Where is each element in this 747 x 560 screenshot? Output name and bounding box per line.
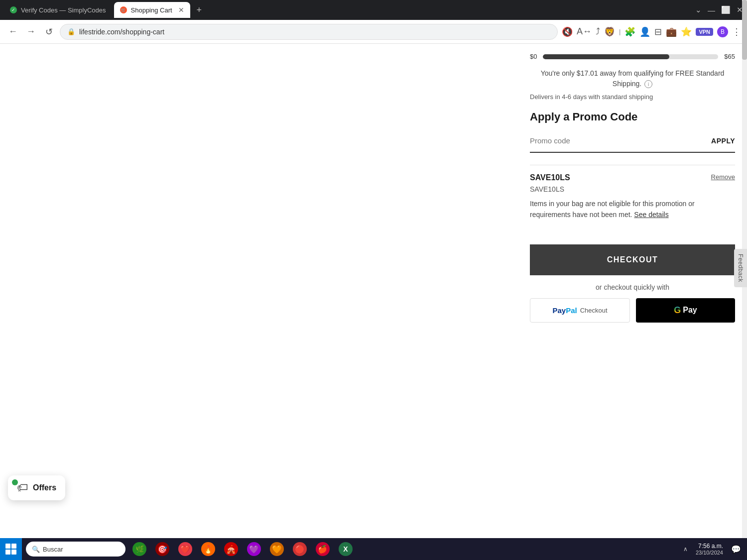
app-icon-4: 🔥 (201, 542, 215, 556)
delivery-text: Delivers in 4-6 days with standard shipp… (530, 93, 735, 101)
taskbar-time: 7:56 a.m. (696, 543, 723, 550)
scrollbar-thumb[interactable] (742, 0, 747, 60)
app-icon-7: 🧡 (270, 542, 284, 556)
app-icon-9: 🍎 (316, 542, 330, 556)
url-text: lifestride.com/shopping-cart (79, 28, 550, 36)
progress-bar (543, 54, 718, 59)
taskbar-app-icons: 🌿 🎯 ❤️ 🔥 🎪 💜 🧡 🔴 🍎 X (129, 538, 356, 560)
paypal-checkout-button[interactable]: PayPal Checkout (530, 298, 630, 323)
tab-verify-icon: ✓ (10, 6, 17, 13)
share-icon[interactable]: ⤴ (596, 26, 600, 37)
feedback-tab[interactable]: Feedback (734, 249, 747, 287)
taskbar-icon-5[interactable]: 🎪 (221, 538, 241, 560)
tab-cart-icon: 🛒 (120, 6, 127, 13)
back-button[interactable]: ← (6, 25, 20, 39)
taskbar-arrow-icon[interactable]: ∧ (683, 546, 688, 553)
tab-verify-label: Verify Codes — SimplyCodes (21, 6, 106, 14)
vpn-badge[interactable]: VPN (696, 28, 713, 36)
app-icon-3: ❤️ (178, 542, 192, 556)
taskbar-icon-7[interactable]: 🧡 (267, 538, 287, 560)
promo-code-input[interactable] (530, 133, 711, 148)
remove-button[interactable]: Remove (711, 173, 735, 181)
see-details-link[interactable]: See details (634, 211, 668, 219)
new-tab-button[interactable]: + (192, 3, 206, 17)
favorites-icon[interactable]: ⭐ (681, 26, 692, 37)
taskbar-icon-6[interactable]: 💜 (244, 538, 264, 560)
page-content: $0 $65 You're only $17.01 away from qual… (0, 44, 747, 538)
offers-tag-icon: 🏷 (17, 481, 28, 494)
tab-cart[interactable]: 🛒 Shopping Cart ✕ (114, 2, 190, 18)
taskbar-icon-8[interactable]: 🔴 (290, 538, 310, 560)
applied-code-name: SAVE10LS (530, 173, 570, 182)
applied-code-section: SAVE10LS Remove SAVE10LS Items in your b… (530, 173, 735, 221)
nav-bar: ← → ↺ 🔒 lifestride.com/shopping-cart 🔇 A… (0, 20, 747, 44)
taskbar: 🔍 Buscar 🌿 🎯 ❤️ 🔥 🎪 💜 🧡 🔴 🍎 (0, 538, 747, 560)
quick-checkout-row: PayPal Checkout G Pay (530, 298, 735, 323)
app-icon-red: 🎯 (155, 542, 169, 556)
app-icon-green: 🌿 (132, 542, 146, 556)
taskbar-icon-2[interactable]: 🎯 (152, 538, 172, 560)
browser-chrome: ✓ Verify Codes — SimplyCodes 🛒 Shopping … (0, 0, 747, 44)
taskbar-icon-3[interactable]: ❤️ (175, 538, 195, 560)
app-icon-8: 🔴 (293, 542, 307, 556)
taskbar-icon-excel[interactable]: X (336, 538, 356, 560)
taskbar-icon-1[interactable]: 🌿 (129, 538, 149, 560)
extensions-icon[interactable]: 🧩 (624, 26, 635, 37)
profile-icon[interactable]: 👤 (639, 26, 650, 37)
google-g-icon: G (674, 305, 681, 316)
address-bar[interactable]: 🔒 lifestride.com/shopping-cart (60, 24, 558, 40)
windows-logo (5, 544, 16, 555)
search-placeholder: Buscar (43, 546, 63, 553)
progress-label-left: $0 (530, 53, 537, 60)
taskbar-clock: 7:56 a.m. 23/10/2024 (696, 543, 723, 556)
code-message: Items in your bag are not eligible for t… (530, 198, 735, 221)
minimize-icon[interactable]: — (708, 6, 715, 14)
right-panel: $0 $65 You're only $17.01 away from qual… (518, 44, 747, 538)
search-icon: 🔍 (32, 546, 40, 553)
tab-bar-controls: ⌄ — ⬜ ✕ (695, 5, 743, 14)
taskbar-search[interactable]: 🔍 Buscar (26, 542, 125, 557)
taskbar-icon-4[interactable]: 🔥 (198, 538, 218, 560)
divider (530, 165, 735, 165)
apply-button[interactable]: APPLY (711, 137, 735, 145)
sidebar-toggle-icon[interactable]: ⊟ (654, 26, 662, 37)
maximize-icon[interactable]: ⬜ (721, 5, 731, 14)
shipping-qualify-text: You're only $17.01 away from qualifying … (530, 68, 735, 89)
progress-bar-fill (543, 54, 669, 59)
taskbar-right: ∧ 7:56 a.m. 23/10/2024 💬 (683, 543, 747, 556)
left-area (0, 44, 518, 538)
audio-icon[interactable]: 🔇 (562, 26, 573, 37)
code-subtitle: SAVE10LS (530, 185, 735, 193)
profile-circle-icon[interactable]: B (717, 26, 728, 37)
feedback-tab-label[interactable]: Feedback (734, 249, 747, 287)
tab-close-icon[interactable]: ✕ (178, 6, 184, 14)
or-text: or checkout quickly with (530, 283, 735, 291)
offers-widget[interactable]: 🏷 Offers (8, 475, 65, 500)
translate-icon[interactable]: A↔ (577, 26, 592, 37)
info-icon[interactable]: i (644, 80, 652, 88)
promo-title: Apply a Promo Code (530, 111, 735, 123)
start-button[interactable] (0, 538, 22, 560)
taskbar-sys-icons: ∧ (683, 546, 688, 553)
offers-dot (12, 479, 18, 485)
gpay-button[interactable]: G Pay (636, 298, 735, 323)
offers-label: Offers (33, 483, 56, 492)
tab-verify[interactable]: ✓ Verify Codes — SimplyCodes (4, 2, 112, 18)
forward-button[interactable]: → (24, 25, 38, 39)
taskbar-date: 23/10/2024 (696, 550, 723, 556)
reload-button[interactable]: ↺ (42, 25, 56, 39)
wallet-icon[interactable]: 💼 (666, 26, 677, 37)
menu-icon[interactable]: ⋮ (732, 26, 741, 37)
tab-bar: ✓ Verify Codes — SimplyCodes 🛒 Shopping … (0, 0, 747, 20)
tab-list-icon[interactable]: ⌄ (695, 5, 702, 14)
taskbar-icon-9[interactable]: 🍎 (313, 538, 333, 560)
paypal-checkout-label: Checkout (580, 307, 608, 314)
progress-label-right: $65 (724, 53, 735, 60)
tab-cart-label: Shopping Cart (131, 6, 172, 14)
checkout-button[interactable]: CHECKOUT (530, 244, 735, 275)
notifications-icon[interactable]: 💬 (731, 545, 741, 554)
promo-input-row: APPLY (530, 133, 735, 153)
app-icon-excel: X (339, 542, 353, 556)
brave-shield-icon[interactable]: 🦁 (604, 26, 615, 37)
code-row: SAVE10LS Remove (530, 173, 735, 182)
